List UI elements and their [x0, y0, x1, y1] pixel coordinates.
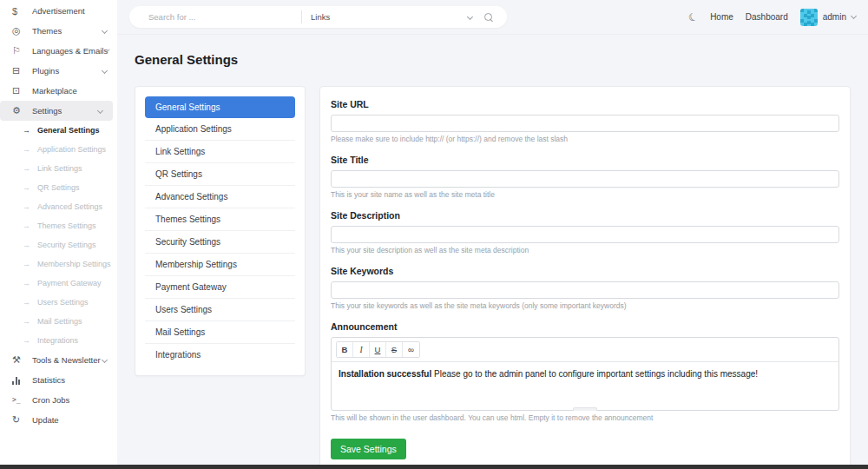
settings-nav-payment-gateway[interactable]: Payment Gateway	[145, 276, 295, 299]
arrow-right-icon: →	[23, 202, 35, 211]
sidebar-subitem-general-settings[interactable]: → General Settings	[0, 121, 117, 140]
settings-nav-qr[interactable]: QR Settings	[145, 163, 295, 186]
sidebar-item-advertisement[interactable]: $ Advertisement	[0, 1, 117, 21]
strikethrough-button[interactable]: S	[386, 342, 403, 357]
dark-mode-icon[interactable]: ☾	[687, 10, 700, 24]
sidebar-item-tools-newsletter[interactable]: ⚒ Tools & Newsletter	[0, 350, 117, 370]
bottom-bar	[0, 465, 868, 469]
settings-nav-security[interactable]: Security Settings	[145, 231, 295, 254]
sidebar-subitem-themes-settings[interactable]: → Themes Settings	[0, 216, 117, 235]
announcement-content-bold: Installation successful	[339, 369, 431, 379]
sidebar-item-languages-emails[interactable]: ⚐ Languages & Emails	[0, 41, 117, 61]
sidebar-subitem-link-settings[interactable]: → Link Settings	[0, 159, 117, 178]
sidebar-subitem-application-settings[interactable]: → Application Settings	[0, 140, 117, 159]
sidebar-subitem-users-settings[interactable]: → Users Settings	[0, 293, 117, 312]
chevron-down-icon	[467, 14, 473, 20]
sidebar-subitem-mail-settings[interactable]: → Mail Settings	[0, 312, 117, 331]
arrow-right-icon: →	[23, 183, 35, 192]
italic-button[interactable]: I	[353, 342, 370, 357]
search-icon[interactable]	[484, 13, 493, 22]
settings-nav-mail[interactable]: Mail Settings	[145, 321, 295, 344]
bar-chart-icon	[12, 376, 26, 385]
user-menu[interactable]: admin	[800, 9, 856, 26]
resize-handle[interactable]	[573, 407, 597, 411]
topbar: Links ☾ Home Dashboard	[117, 0, 868, 35]
chevron-down-icon	[102, 357, 108, 363]
dollar-icon: $	[12, 6, 26, 17]
sidebar: $ Advertisement ◎ Themes ⚐ Languages & E…	[0, 0, 117, 465]
search-type-select[interactable]: Links	[302, 6, 484, 28]
announcement-content-text: Please go to the admin panel to configur…	[431, 369, 758, 379]
general-settings-form-card: Site URL Please make sure to include htt…	[319, 86, 851, 469]
search-type-value: Links	[311, 12, 330, 22]
editor-toolbar-group: B I U S ∞	[336, 341, 420, 358]
sidebar-subitem-security-settings[interactable]: → Security Settings	[0, 235, 117, 254]
arrow-right-icon: →	[23, 126, 35, 135]
arrow-right-icon: →	[23, 336, 35, 345]
sidebar-item-themes[interactable]: ◎ Themes	[0, 21, 117, 41]
bold-button[interactable]: B	[337, 342, 353, 357]
content: General Settings General Settings Applic…	[117, 35, 868, 469]
announcement-editor: B I U S ∞ Installation successful Please…	[331, 337, 839, 411]
site-url-input[interactable]	[331, 115, 839, 132]
sidebar-subitem-payment-gateway[interactable]: → Payment Gateway	[0, 274, 117, 293]
underline-button[interactable]: U	[370, 342, 386, 357]
arrow-right-icon: →	[23, 164, 35, 173]
arrow-right-icon: →	[23, 145, 35, 154]
gear-icon: ⚙	[12, 105, 26, 116]
tools-icon: ⚒	[12, 354, 26, 366]
sidebar-subitem-qr-settings[interactable]: → QR Settings	[0, 178, 117, 197]
save-settings-button[interactable]: Save Settings	[331, 439, 406, 459]
admin-app: $ Advertisement ◎ Themes ⚐ Languages & E…	[0, 0, 868, 469]
sidebar-item-marketplace[interactable]: ⊡ Marketplace	[0, 81, 117, 101]
dashboard-link[interactable]: Dashboard	[746, 12, 788, 22]
main-area: Links ☾ Home Dashboard	[117, 0, 868, 465]
sidebar-item-statistics[interactable]: Statistics	[0, 370, 117, 390]
sidebar-subitem-membership-settings[interactable]: → Membership Settings	[0, 254, 117, 274]
announcement-help: This will be shown in the user dashboard…	[331, 413, 839, 422]
chevron-down-icon	[102, 68, 108, 74]
settings-nav-users[interactable]: Users Settings	[145, 299, 295, 321]
sidebar-subitem-integrations[interactable]: → Integrations	[0, 331, 117, 350]
sidebar-item-update[interactable]: ↻ Update	[0, 410, 117, 430]
settings-nav-advanced[interactable]: Advanced Settings	[145, 186, 295, 208]
sidebar-item-settings[interactable]: ⚙ Settings	[0, 101, 113, 121]
arrow-right-icon: →	[23, 221, 35, 230]
site-description-help: This your site description as well as th…	[331, 246, 839, 254]
site-title-input[interactable]	[331, 170, 839, 188]
sidebar-subitem-advanced-settings[interactable]: → Advanced Settings	[0, 197, 117, 216]
plugins-icon: ⊟	[12, 65, 26, 76]
settings-nav-general[interactable]: General Settings	[145, 96, 295, 118]
home-link[interactable]: Home	[710, 12, 733, 22]
flag-icon: ⚐	[12, 45, 26, 56]
editor-toolbar: B I U S ∞	[332, 338, 838, 362]
terminal-icon: >_	[12, 396, 26, 404]
chevron-down-icon	[102, 28, 108, 34]
sidebar-item-cron-jobs[interactable]: >_ Cron Jobs	[0, 390, 117, 410]
site-keywords-help: This your site keywords as well as the s…	[331, 301, 839, 310]
arrow-right-icon: →	[23, 279, 35, 287]
settings-nav-link[interactable]: Link Settings	[145, 141, 295, 163]
username: admin	[823, 12, 846, 22]
page-title: General Settings	[135, 52, 851, 67]
settings-nav-integrations[interactable]: Integrations	[145, 344, 295, 366]
site-url-label: Site URL	[331, 99, 839, 109]
settings-nav-application[interactable]: Application Settings	[145, 118, 295, 141]
site-title-help: This is your site name as well as the si…	[331, 190, 839, 199]
site-description-label: Site Description	[331, 210, 839, 221]
search-input[interactable]	[129, 6, 301, 28]
site-description-input[interactable]	[331, 226, 839, 243]
topbar-right: ☾ Home Dashboard	[688, 9, 856, 26]
settings-nav-themes[interactable]: Themes Settings	[145, 208, 295, 231]
announcement-label: Announcement	[331, 321, 839, 332]
site-keywords-label: Site Keywords	[331, 266, 839, 276]
announcement-content[interactable]: Installation successful Please go to the…	[332, 362, 838, 410]
site-title-label: Site Title	[331, 155, 839, 165]
marketplace-icon: ⊡	[12, 85, 26, 96]
arrow-right-icon: →	[23, 241, 35, 249]
sidebar-item-plugins[interactable]: ⊟ Plugins	[0, 61, 117, 81]
site-keywords-input[interactable]	[331, 281, 839, 299]
settings-nav-membership[interactable]: Membership Settings	[145, 254, 295, 276]
link-button[interactable]: ∞	[403, 342, 419, 357]
chevron-down-icon	[851, 13, 857, 19]
